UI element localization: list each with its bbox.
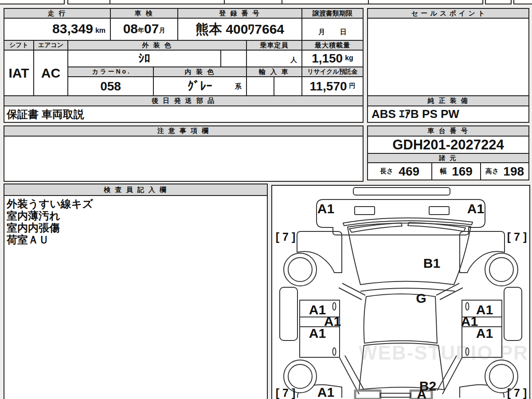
wheel-front-left — [284, 253, 317, 286]
width-value: 169 — [452, 165, 473, 178]
damage-right-side-lower: A1 — [476, 326, 493, 340]
wheel-front-right — [485, 253, 518, 286]
cropped-top-row-segment — [0, 0, 65, 4]
genuine-equipment-value: ABS ｴｱB PS PW — [367, 106, 529, 123]
recycle-deposit-value: 11,570 円 — [301, 76, 364, 96]
inspector-note-line: 荷室ＡＵ — [7, 234, 265, 246]
shift-header: シフト — [4, 40, 34, 51]
interior-color-suffix: 系 — [235, 82, 242, 91]
shaken-month: 07 — [144, 22, 159, 35]
cowl-arc — [360, 288, 455, 291]
deadline-month-label: 月 — [318, 28, 325, 36]
chassis-no-header: 車 台 番 号 — [367, 125, 529, 137]
max-load-unit: kg — [345, 54, 353, 63]
dimension-width: 幅 169 — [431, 162, 481, 180]
tire-grade-rear-right: [ 7 ] — [507, 387, 527, 399]
tail-light-left — [355, 391, 380, 399]
damage-left-side-lower: A1 — [309, 326, 326, 340]
aircon-header: エアコン — [33, 40, 68, 51]
inspector-note-line: 室内薄汚れ — [7, 210, 265, 222]
cautions-header: 注 意 事 項 欄 — [4, 125, 364, 137]
width-label: 幅 — [440, 167, 446, 176]
mileage-header: 走 行 — [4, 8, 111, 19]
exterior-color-value: ｼﾛ — [67, 50, 221, 67]
windshield — [348, 223, 471, 285]
tire-grade-front-right: [ 7 ] — [507, 231, 527, 243]
sales-point-header: セ ー ル ス ポ イ ン ト — [367, 8, 529, 19]
interior-color-name: ｸﾞﾚｰ — [188, 79, 212, 94]
later-parts-value: 保証書 車両取説 — [4, 106, 364, 123]
damage-left-side-mid: A1 — [324, 314, 341, 329]
damage-rear-corner-left: A1 — [317, 385, 334, 399]
damage-left-side-upper: A1 — [309, 302, 326, 317]
mileage-number: 83,349 — [52, 22, 93, 35]
tire-grade-rear-left: [ 7 ] — [276, 387, 295, 399]
interior-color-header: 内 装 色 — [153, 66, 247, 77]
later-parts-header: 後 日 発 送 部 品 — [4, 95, 364, 106]
shaken-header: 車 検 — [110, 8, 178, 19]
sales-point-content — [367, 18, 529, 96]
chassis-no-value: GDH201-2027224 — [367, 136, 529, 154]
cropped-top-row-segment — [485, 0, 512, 4]
aircon-value: AC — [33, 50, 68, 96]
registration-header: 登 録 番 号 — [177, 8, 302, 19]
roof-strip — [353, 188, 450, 195]
front-bumper-slot-right — [429, 207, 449, 215]
color-no-header: カ ラ ー N o . — [67, 66, 154, 77]
watermark: WEB-STUDIO.PRO — [359, 342, 530, 364]
max-load-header: 最大積載量 — [301, 40, 364, 51]
side-step-right — [504, 287, 522, 340]
dimension-length: 長さ 469 — [367, 162, 432, 180]
length-value: 469 — [399, 165, 419, 178]
dimension-height: 高さ 198 — [480, 162, 529, 180]
import-cell-left — [246, 76, 274, 96]
car-unfolded-diagram: A1 A1 B1 G A1 A1 A1 A1 A1 A1 B2 A1 A [ 7… — [272, 186, 529, 399]
transfer-deadline-header: 譲渡書類期限 — [301, 8, 364, 19]
tire-grade-front-left: [ 7 ] — [276, 231, 295, 243]
mileage-value: 83,349 km — [4, 18, 111, 41]
damage-right-side-upper: A1 — [476, 302, 493, 317]
front-bumper-slot-left — [355, 207, 375, 215]
shift-value: IAT — [4, 50, 34, 96]
damage-rear-panel: A — [417, 387, 426, 399]
height-label: 高さ — [485, 167, 499, 176]
inspector-note-line: 外装うすい線キズ — [7, 198, 265, 210]
inspector-note-line: 室内内張傷 — [7, 222, 265, 234]
max-load-number: 1,150 — [312, 52, 343, 65]
vehicle-auction-sheet: { "colors": { "header_bg": "#d8d8d8", "l… — [0, 0, 532, 399]
dimensions-header: 諸 元 — [367, 153, 529, 163]
max-load-value: 1,150 kg — [301, 50, 364, 67]
cautions-content — [4, 136, 364, 182]
door-handle — [333, 348, 336, 356]
shaken-month-unit: 月 — [159, 27, 165, 35]
inspector-notes-content: 外装うすい線キズ 室内薄汚れ 室内内張傷 荷室ＡＵ — [4, 196, 267, 247]
cropped-top-row-segment — [513, 0, 532, 4]
capacity-value: 人 — [246, 50, 302, 67]
transfer-deadline-value: 月 日 — [301, 18, 364, 41]
shaken-value: 08 年 07 月 — [110, 18, 178, 41]
inspector-notes-header: 検 査 員 記 入 欄 — [4, 184, 267, 196]
cropped-top-row-segment — [67, 0, 483, 4]
inspector-notes-box: 検 査 員 記 入 欄 外装うすい線キズ 室内薄汚れ 室内内張傷 荷室ＡＵ — [4, 184, 268, 399]
door-handle — [466, 303, 469, 310]
genuine-equipment-header: 純 正 装 備 — [367, 95, 529, 106]
length-label: 長さ — [380, 167, 393, 176]
damage-front-bumper-right: A1 — [467, 201, 484, 216]
exterior-color-extra-cell — [220, 50, 247, 67]
import-cell-right — [274, 76, 302, 96]
deadline-day-label: 日 — [340, 28, 347, 36]
shaken-year: 08 — [123, 22, 138, 35]
shaken-year-unit: 年 — [138, 27, 144, 35]
capacity-header: 乗車定員 — [246, 40, 302, 51]
door-handle — [333, 303, 336, 310]
color-no-value: 058 — [67, 76, 154, 96]
damage-map-box: WEB-STUDIO.PRO — [271, 185, 530, 399]
mileage-unit: km — [95, 27, 106, 35]
rear-bumper-bar — [380, 393, 411, 397]
recycle-deposit-unit: 円 — [349, 82, 356, 91]
import-header: 輸 入 車 — [246, 66, 302, 77]
registration-value: 熊本 400ﾜ7664 — [177, 18, 302, 41]
interior-color-value: ｸﾞﾚｰ 系 — [153, 76, 247, 96]
recycle-deposit-number: 11,570 — [309, 80, 347, 93]
damage-front-bumper-left: A1 — [317, 201, 334, 216]
